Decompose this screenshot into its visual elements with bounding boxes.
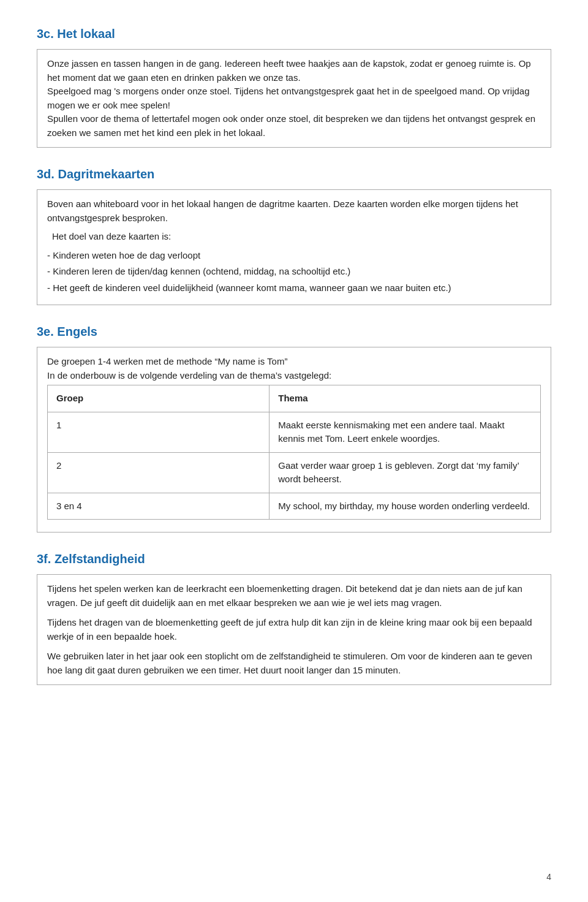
section-3d-list-2: - Kinderen leren de tijden/dag kennen (o… [47,265,541,279]
table-header-thema: Thema [270,385,541,412]
table-cell-thema-2: Gaat verder waar groep 1 is gebleven. Zo… [270,452,541,493]
section-3f-para-1: Tijdens het spelen werken kan de leerkra… [47,582,541,610]
section-3e: 3e. Engels De groepen 1-4 werken met de … [37,322,551,532]
section-3c-title: 3c. Het lokaal [37,25,551,43]
section-3d-para-1: Boven aan whiteboard voor in het lokaal … [47,197,541,225]
table-cell-groep-3: 3 en 4 [48,493,270,520]
section-3e-intro-2: In de onderbouw is de volgende verdeling… [47,369,541,383]
section-3f-para-2: Tijdens het dragen van de bloemenketting… [47,616,541,643]
section-3d-para-2: Het doel van deze kaarten is: [52,230,541,244]
section-3f-para-3: We gebruiken later in het jaar ook een s… [47,650,541,677]
table-cell-thema-1: Maakt eerste kennismaking met een andere… [270,412,541,452]
section-3d-list-1: - Kinderen weten hoe de dag verloopt [47,249,541,263]
section-3d-content: Boven aan whiteboard voor in het lokaal … [37,189,551,305]
table-row: 2 Gaat verder waar groep 1 is gebleven. … [48,452,541,493]
section-3e-intro-1: De groepen 1-4 werken met de methode “My… [47,355,541,369]
table-header-groep: Groep [48,385,270,412]
table-cell-groep-1: 1 [48,412,270,452]
section-3f-title: 3f. Zelfstandigheid [37,550,551,568]
table-cell-groep-2: 2 [48,452,270,493]
section-3c-para-2: Speelgoed mag 's morgens onder onze stoe… [47,85,541,112]
table-header-row: Groep Thema [48,385,541,412]
section-3e-table: Groep Thema 1 Maakt eerste kennismaking … [47,385,541,520]
section-3c-para-1: Onze jassen en tassen hangen in de gang.… [47,57,541,85]
section-3f: 3f. Zelfstandigheid Tijdens het spelen w… [37,550,551,685]
table-row: 1 Maakt eerste kennismaking met een ande… [48,412,541,452]
section-3f-content: Tijdens het spelen werken kan de leerkra… [37,574,551,685]
section-3e-title: 3e. Engels [37,322,551,341]
section-3e-content: De groepen 1-4 werken met de methode “My… [37,347,551,532]
section-3d-list-3: - Het geeft de kinderen veel duidelijkhe… [47,281,541,295]
section-3d: 3d. Dagritmekaarten Boven aan whiteboard… [37,165,551,305]
section-3c-content: Onze jassen en tassen hangen in de gang.… [37,49,551,148]
section-3c: 3c. Het lokaal Onze jassen en tassen han… [37,25,551,148]
table-row: 3 en 4 My school, my birthday, my house … [48,493,541,520]
section-3c-para-3: Spullen voor de thema of lettertafel mog… [47,112,541,140]
section-3d-title: 3d. Dagritmekaarten [37,165,551,183]
table-cell-thema-3: My school, my birthday, my house worden … [270,493,541,520]
page-number: 4 [546,871,551,884]
